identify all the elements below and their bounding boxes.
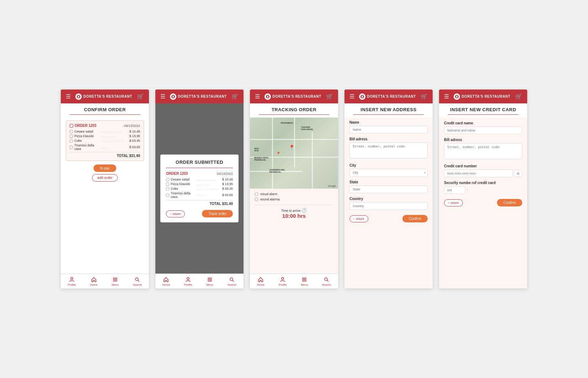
cc-name-input[interactable] bbox=[444, 126, 522, 134]
submitted-card: ORDER SUBMITTED ORDER 1203 04/13/2022 Ce… bbox=[160, 155, 239, 222]
nav-home-1[interactable]: Home bbox=[90, 277, 97, 286]
svg-rect-2 bbox=[113, 278, 117, 279]
country-input[interactable] bbox=[349, 202, 428, 210]
svg-line-6 bbox=[138, 280, 139, 282]
bottom-nav-3: Home Profile Menu Search bbox=[250, 274, 338, 288]
sound-alarm-checkbox[interactable] bbox=[255, 198, 258, 201]
city-input[interactable] bbox=[349, 169, 428, 177]
country-label: Country bbox=[349, 197, 428, 201]
cc-number-label: Credit card number bbox=[444, 164, 522, 168]
cart-icon-5[interactable]: 🛒 bbox=[515, 93, 522, 100]
item-dots-3: ..... bbox=[102, 145, 128, 149]
sub-item-checkbox-0[interactable] bbox=[166, 178, 169, 181]
tracking-body: visual alarm sound alarma Time to arrive… bbox=[250, 189, 338, 274]
order-item-3: Tiramisù della casa ..... $ 03.65 bbox=[70, 144, 140, 151]
hamburger-icon-3[interactable]: ☰ bbox=[255, 93, 260, 100]
order-date-1: 04/13/2022 bbox=[124, 124, 140, 128]
item-checkbox-3[interactable] bbox=[70, 146, 73, 149]
item-checkbox-0[interactable] bbox=[70, 130, 73, 133]
nav-search-3[interactable]: Search bbox=[322, 277, 331, 286]
screen4-body: Name Bill adress City ▾ State Country bbox=[344, 118, 433, 288]
visual-alarm-checkbox[interactable] bbox=[255, 193, 258, 196]
time-arrive-label: Time to arrive 🕐 bbox=[255, 208, 333, 213]
nav-profile-3[interactable]: Profile bbox=[279, 277, 287, 286]
svg-point-19 bbox=[325, 278, 327, 281]
nav-menu-2[interactable]: Menu bbox=[206, 277, 213, 286]
nav-search-1[interactable]: Search bbox=[133, 277, 142, 286]
sub-item-checkbox-2[interactable] bbox=[166, 187, 169, 190]
city-field-group: City ▾ bbox=[349, 163, 428, 177]
sub-order-item-0: Cesare salad ................ $ 10.45 bbox=[166, 178, 233, 181]
svg-point-1 bbox=[71, 277, 73, 280]
nav-search-2[interactable]: Search bbox=[228, 277, 236, 286]
pay-button[interactable]: to pay bbox=[93, 164, 116, 172]
logo-icon-5 bbox=[454, 93, 460, 100]
brand-name-5: DORETTA'S RESTAURANT bbox=[461, 94, 511, 98]
nav-profile-2[interactable]: Profile bbox=[184, 277, 192, 286]
page-title-3: TRACKING ORDER bbox=[250, 103, 338, 114]
bill-address-input[interactable] bbox=[349, 142, 428, 158]
sub-order-item-2: Coke .................. $ 03.35 bbox=[166, 187, 233, 190]
return-button-5[interactable]: ‹ return bbox=[444, 199, 463, 206]
brand-logo-2: DORETTA'S RESTAURANT bbox=[170, 93, 227, 100]
app-header-1: ☰ DORETTA'S RESTAURANT 🛒 bbox=[61, 90, 149, 103]
state-input[interactable] bbox=[349, 185, 428, 193]
cc-security-input[interactable] bbox=[444, 186, 465, 194]
cc-name-field-group: Credit card name bbox=[444, 121, 522, 134]
hamburger-icon-4[interactable]: ☰ bbox=[349, 93, 354, 100]
return-button-2[interactable]: ‹ return bbox=[166, 210, 185, 217]
confirm-button-5[interactable]: Confirm bbox=[497, 199, 522, 206]
brand-name-4: DORETTA'S RESTAURANT bbox=[367, 94, 416, 98]
order-id-2: ORDER 1203 bbox=[166, 172, 188, 176]
name-input[interactable] bbox=[349, 126, 428, 134]
cart-icon-4[interactable]: 🛒 bbox=[421, 93, 428, 100]
screen-order-submitted: ☰ DORETTA'S RESTAURANT 🛒 ORDER SUBMITTED… bbox=[155, 90, 244, 288]
brand-name-2: DORETTA'S RESTAURANT bbox=[178, 94, 227, 98]
name-field-group: Name bbox=[349, 120, 428, 134]
sub-item-name-0: Cesare salad bbox=[171, 178, 195, 181]
item-price-0: $ 10.45 bbox=[129, 130, 140, 133]
svg-rect-3 bbox=[113, 279, 117, 280]
cc-form-footer: ‹ return Confirm bbox=[444, 199, 522, 206]
sub-item-name-2: Coke bbox=[171, 187, 195, 190]
edit-order-button[interactable]: edit order bbox=[92, 174, 118, 182]
nav-home-2[interactable]: Home bbox=[162, 277, 170, 286]
cc-bill-field-group: Bill adress bbox=[444, 138, 522, 161]
svg-line-20 bbox=[327, 280, 328, 282]
bill-address-field-group: Bill adress bbox=[349, 137, 428, 160]
nav-menu-3[interactable]: Menu bbox=[301, 277, 308, 286]
hamburger-icon-5[interactable]: ☰ bbox=[444, 93, 449, 100]
cc-number-row: ▦ bbox=[444, 169, 522, 177]
hamburger-icon-2[interactable]: ☰ bbox=[160, 93, 165, 100]
sub-item-checkbox-3[interactable] bbox=[166, 194, 169, 197]
track-order-button[interactable]: Track order bbox=[202, 210, 233, 217]
hamburger-icon[interactable]: ☰ bbox=[66, 93, 71, 100]
cc-name-label: Credit card name bbox=[444, 121, 522, 125]
nav-menu-1[interactable]: Menu bbox=[112, 277, 119, 286]
order-checkbox[interactable] bbox=[70, 124, 73, 128]
cart-icon-3[interactable]: 🛒 bbox=[326, 93, 333, 100]
city-dropdown-icon: ▾ bbox=[424, 171, 426, 174]
order-item-1: Pizza Diavolo ........... $ 13.95 bbox=[70, 134, 140, 138]
confirm-button-4[interactable]: Confirm bbox=[402, 215, 428, 222]
item-checkbox-2[interactable] bbox=[70, 139, 73, 142]
svg-rect-9 bbox=[208, 278, 212, 279]
order-total-1: TOTAL $31.40 bbox=[70, 152, 140, 158]
cart-icon-2[interactable]: 🛒 bbox=[231, 93, 239, 100]
item-checkbox-1[interactable] bbox=[70, 135, 73, 138]
cc-number-input[interactable] bbox=[444, 169, 513, 177]
brand-logo-3: DORETTA'S RESTAURANT bbox=[264, 93, 321, 100]
item-price-2: $ 03.35 bbox=[129, 139, 140, 142]
clock-icon: 🕐 bbox=[301, 208, 307, 213]
sub-order-item-1: Pizza Diavolo ........... $ 13.95 bbox=[166, 182, 233, 186]
nav-home-3[interactable]: Home bbox=[257, 277, 264, 286]
cc-security-hint: ‹ bbox=[467, 188, 468, 192]
sub-item-checkbox-1[interactable] bbox=[166, 183, 169, 186]
item-price-3: $ 03.65 bbox=[129, 145, 140, 149]
nav-profile-1[interactable]: Profile bbox=[68, 277, 76, 286]
submitted-divider bbox=[166, 168, 233, 168]
cc-bill-label: Bill adress bbox=[444, 138, 522, 142]
return-button-4[interactable]: ‹ return bbox=[349, 215, 368, 222]
cc-bill-input[interactable] bbox=[444, 143, 522, 159]
cart-icon[interactable]: 🛒 bbox=[137, 93, 144, 100]
